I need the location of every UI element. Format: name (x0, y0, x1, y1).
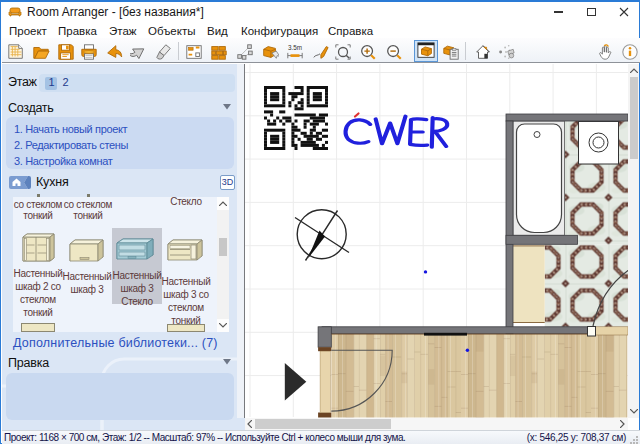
svg-text:3.5m: 3.5m (288, 44, 302, 51)
